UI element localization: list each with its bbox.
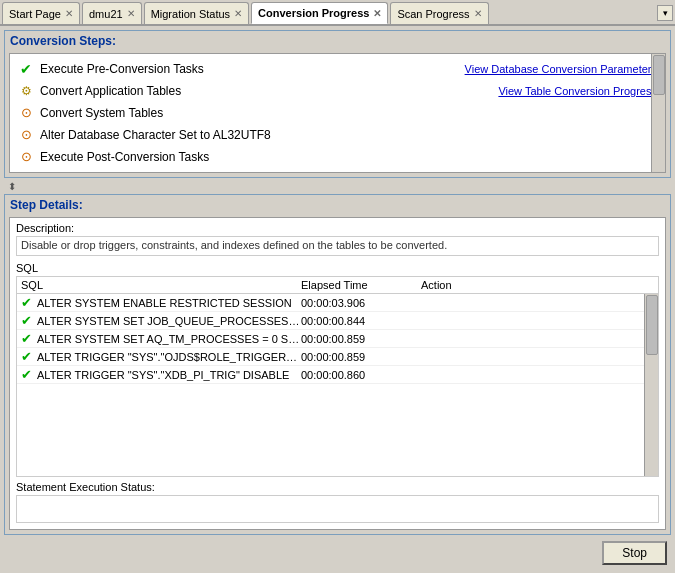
step-details-section: Step Details: Description: Disable or dr…	[4, 194, 671, 535]
tab-start-page[interactable]: Start Page ✕	[2, 2, 80, 24]
tab-dmu21[interactable]: dmu21 ✕	[82, 2, 142, 24]
step-1-link[interactable]: View Database Conversion Parameters	[465, 60, 657, 78]
tab-label: Conversion Progress	[258, 7, 369, 19]
bottom-bar: Stop	[4, 539, 671, 569]
tab-label: Start Page	[9, 8, 61, 20]
row-2-icon: ✔	[21, 313, 37, 328]
description-text: Disable or drop triggers, constraints, a…	[16, 236, 659, 256]
tab-scan-progress[interactable]: Scan Progress ✕	[390, 2, 488, 24]
col-action: Action	[421, 279, 654, 291]
steps-scrollbar[interactable]	[651, 54, 665, 172]
step-1: ✔ Execute Pre-Conversion Tasks View Data…	[14, 58, 661, 80]
sql-row[interactable]: ✔ ALTER SYSTEM SET AQ_TM_PROCESSES = 0 S…	[17, 330, 658, 348]
row-1-elapsed: 00:00:03.906	[301, 297, 421, 309]
row-1-sql: ALTER SYSTEM ENABLE RESTRICTED SESSION	[37, 297, 301, 309]
tab-overflow-button[interactable]: ▾	[657, 5, 673, 21]
tab-close-dmu21[interactable]: ✕	[127, 8, 135, 19]
sql-scroll-thumb	[646, 295, 658, 355]
row-4-icon: ✔	[21, 349, 37, 364]
row-3-elapsed: 00:00:00.859	[301, 333, 421, 345]
sql-row[interactable]: ✔ ALTER SYSTEM SET JOB_QUEUE_PROCESSES =…	[17, 312, 658, 330]
step-3-label: Convert System Tables	[40, 104, 657, 122]
status-label: Statement Execution Status:	[16, 481, 659, 493]
row-3-sql: ALTER SYSTEM SET AQ_TM_PROCESSES = 0 SCO…	[37, 333, 301, 345]
row-5-icon: ✔	[21, 367, 37, 382]
step-4: ⊙ Alter Database Character Set to AL32UT…	[14, 124, 661, 146]
row-1-icon: ✔	[21, 295, 37, 310]
tab-close-migration-status[interactable]: ✕	[234, 8, 242, 19]
step-4-icon: ⊙	[18, 127, 34, 143]
tab-label: dmu21	[89, 8, 123, 20]
steps-inner: ✔ Execute Pre-Conversion Tasks View Data…	[9, 53, 666, 173]
status-section: Statement Execution Status:	[10, 477, 665, 529]
sql-row[interactable]: ✔ ALTER SYSTEM ENABLE RESTRICTED SESSION…	[17, 294, 658, 312]
tab-migration-status[interactable]: Migration Status ✕	[144, 2, 249, 24]
step-2-link[interactable]: View Table Conversion Progress	[498, 82, 657, 100]
step-1-label: Execute Pre-Conversion Tasks	[40, 60, 455, 78]
tab-close-start-page[interactable]: ✕	[65, 8, 73, 19]
tab-bar: Start Page ✕ dmu21 ✕ Migration Status ✕ …	[0, 0, 675, 26]
row-2-elapsed: 00:00:00.844	[301, 315, 421, 327]
row-5-elapsed: 00:00:00.860	[301, 369, 421, 381]
sql-rows-wrapper: ✔ ALTER SYSTEM ENABLE RESTRICTED SESSION…	[17, 294, 658, 476]
sql-table-header: SQL Elapsed Time Action	[17, 277, 658, 294]
conversion-steps-section: Conversion Steps: ✔ Execute Pre-Conversi…	[4, 30, 671, 178]
tab-close-conversion-progress[interactable]: ✕	[373, 8, 381, 19]
conversion-steps-title: Conversion Steps:	[5, 31, 670, 51]
step-2: ⚙ Convert Application Tables View Table …	[14, 80, 661, 102]
sql-section: SQL SQL Elapsed Time Action ✔ ALTER SYST…	[10, 260, 665, 477]
sql-table: SQL Elapsed Time Action ✔ ALTER SYSTEM E…	[16, 276, 659, 477]
row-4-sql: ALTER TRIGGER "SYS"."OJDS$ROLE_TRIGGER$"…	[37, 351, 301, 363]
steps-scroll-thumb	[653, 55, 665, 95]
step-1-icon: ✔	[18, 61, 34, 77]
status-text	[16, 495, 659, 523]
sql-row[interactable]: ✔ ALTER TRIGGER "SYS"."XDB_PI_TRIG" DISA…	[17, 366, 658, 384]
resize-handle[interactable]: ⬍	[4, 182, 671, 190]
tab-close-scan-progress[interactable]: ✕	[474, 8, 482, 19]
row-5-sql: ALTER TRIGGER "SYS"."XDB_PI_TRIG" DISABL…	[37, 369, 301, 381]
sql-row[interactable]: ✔ ALTER TRIGGER "SYS"."OJDS$ROLE_TRIGGER…	[17, 348, 658, 366]
tab-conversion-progress[interactable]: Conversion Progress ✕	[251, 2, 388, 24]
main-content: Conversion Steps: ✔ Execute Pre-Conversi…	[0, 26, 675, 573]
step-2-label: Convert Application Tables	[40, 82, 488, 100]
description-label: Description:	[16, 222, 659, 234]
step-4-label: Alter Database Character Set to AL32UTF8	[40, 126, 657, 144]
step-5: ⊙ Execute Post-Conversion Tasks	[14, 146, 661, 168]
tab-label: Scan Progress	[397, 8, 469, 20]
tab-label: Migration Status	[151, 8, 230, 20]
step-3: ⊙ Convert System Tables	[14, 102, 661, 124]
sql-scrollbar[interactable]	[644, 294, 658, 476]
step-5-icon: ⊙	[18, 149, 34, 165]
step-details-title: Step Details:	[5, 195, 670, 215]
stop-button[interactable]: Stop	[602, 541, 667, 565]
sql-label: SQL	[16, 260, 659, 276]
row-4-elapsed: 00:00:00.859	[301, 351, 421, 363]
row-2-sql: ALTER SYSTEM SET JOB_QUEUE_PROCESSES = 0…	[37, 315, 301, 327]
details-inner: Description: Disable or drop triggers, c…	[9, 217, 666, 530]
col-elapsed: Elapsed Time	[301, 279, 421, 291]
step-3-icon: ⊙	[18, 105, 34, 121]
step-2-icon: ⚙	[18, 83, 34, 99]
step-5-label: Execute Post-Conversion Tasks	[40, 148, 657, 166]
row-3-icon: ✔	[21, 331, 37, 346]
col-sql: SQL	[21, 279, 301, 291]
resize-arrows-icon: ⬍	[8, 181, 16, 192]
description-section: Description: Disable or drop triggers, c…	[10, 218, 665, 260]
